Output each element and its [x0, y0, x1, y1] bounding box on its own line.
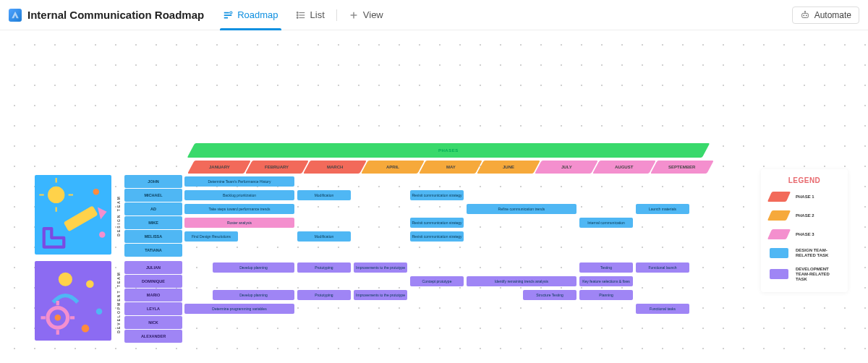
legend-row-phase2: PHASE 2 — [770, 210, 839, 221]
task-bar[interactable]: Functional tasks — [636, 304, 689, 314]
task-bar[interactable]: Prototyping — [297, 290, 351, 300]
tab-divider — [336, 9, 337, 21]
person-name-cell: MIKE — [124, 216, 182, 229]
task-track: Concept prototypeIdentify remaining tren… — [183, 275, 692, 288]
task-bar[interactable]: Modification — [297, 231, 351, 242]
task-bar[interactable]: Determine programming variables — [184, 304, 294, 314]
legend-label-phase1: PHASE 1 — [796, 195, 814, 200]
person-name-cell: NICK — [124, 316, 182, 329]
dev-team-image — [35, 261, 111, 341]
legend-row-phase1: PHASE 1 — [770, 192, 839, 202]
task-bar[interactable]: Improvements to the prototype — [354, 262, 407, 273]
task-bar[interactable]: Take steps toward performance trends — [184, 204, 294, 214]
task-bar[interactable]: Functional launch — [636, 262, 689, 273]
task-bar[interactable]: Concept prototype — [410, 276, 464, 286]
svg-point-22 — [99, 231, 105, 237]
table-row: MARIODevelop planningPrototypingImprovem… — [124, 289, 692, 302]
task-track: Roster analysisRevisit communication str… — [183, 216, 692, 229]
person-name-cell: LEYLA — [124, 302, 182, 315]
month-header: SEPTEMBER — [650, 161, 714, 174]
svg-rect-19 — [64, 205, 98, 231]
task-bar[interactable]: Develop planning — [213, 290, 294, 300]
task-track: Develop planningPrototypingImprovements … — [183, 261, 692, 274]
table-row: JOHNDetermine Team's Performance History — [124, 175, 692, 188]
tab-roadmap[interactable]: Roadmap — [214, 0, 286, 30]
design-team-sidelabel: DESIGN TEAM — [113, 175, 124, 257]
tab-view-label: View — [363, 9, 383, 20]
svg-point-21 — [93, 189, 99, 195]
table-row: MELISSAFind Design ResolutionsModificati… — [124, 230, 692, 243]
task-track: Determine Team's Performance History — [183, 175, 692, 188]
phases-band: PHASES — [187, 143, 710, 158]
task-bar[interactable]: Planning — [579, 290, 633, 300]
person-name-cell: AD — [124, 202, 182, 215]
task-bar[interactable]: Prototyping — [297, 262, 351, 273]
task-bar[interactable]: Structure Testing — [523, 290, 576, 300]
task-track: Find Design ResolutionsModificationRevis… — [183, 230, 692, 243]
month-header: MAY — [419, 161, 482, 174]
tab-add-view[interactable]: View — [340, 0, 392, 30]
legend-label-dev: DEVELOPMENT TEAM-RELATED TASK — [796, 267, 839, 282]
legend-title: LEGEND — [770, 176, 839, 184]
task-bar[interactable]: Roster analysis — [184, 218, 294, 228]
legend-label-phase2: PHASE 2 — [796, 213, 814, 218]
roadmap-icon — [223, 10, 233, 20]
month-header: FEBRUARY — [245, 161, 309, 174]
svg-point-11 — [806, 14, 807, 16]
month-header: JULY — [535, 161, 598, 174]
task-bar[interactable]: Backlog prioritization — [184, 190, 294, 200]
design-group: DESIGN TEAM JOHNDetermine Team's Perform… — [35, 175, 707, 257]
person-name-cell: JULIAN — [124, 261, 182, 274]
table-row: ALEXANDER — [124, 330, 692, 343]
task-bar[interactable]: Revisit communication strategy — [410, 190, 464, 200]
table-row: MICHAELBacklog prioritizationModificatio… — [124, 189, 692, 202]
task-bar[interactable]: Revisit communication strategy — [410, 231, 464, 242]
month-header: MARCH — [303, 161, 367, 174]
month-header: APRIL — [361, 161, 425, 174]
design-team-image — [35, 175, 111, 255]
svg-point-0 — [230, 11, 232, 13]
roadmap-panel: PHASES JANUARYFEBRUARYMARCHAPRILMAYJUNEJ… — [35, 143, 707, 343]
tab-roadmap-label: Roadmap — [237, 9, 278, 20]
automate-button[interactable]: Automate — [792, 7, 859, 24]
header-bar: Internal Communication Roadmap Roadmap L… — [0, 0, 868, 30]
task-bar[interactable]: Determine Team's Performance History — [184, 176, 294, 187]
table-row: LEYLADetermine programming variablesFunc… — [124, 302, 692, 315]
person-name-cell: DOMINIQUE — [124, 275, 182, 288]
table-row: ADTake steps toward performance trendsRe… — [124, 202, 692, 215]
view-tabs: Roadmap List View — [214, 0, 392, 30]
automate-label: Automate — [814, 10, 851, 20]
task-bar[interactable]: Modification — [297, 190, 351, 200]
task-bar[interactable]: Internal communication — [579, 218, 633, 228]
svg-point-14 — [48, 187, 64, 203]
phases-band-label: PHASES — [438, 148, 459, 153]
month-header: JANUARY — [187, 161, 251, 174]
legend-label-phase3: PHASE 3 — [796, 232, 814, 237]
app-icon — [9, 9, 22, 22]
table-row: DOMINIQUEConcept prototypeIdentify remai… — [124, 275, 692, 288]
table-row: TATIANA — [124, 244, 692, 257]
legend-label-design: DESIGN TEAM-RELATED TASK — [796, 248, 839, 258]
person-name-cell: JOHN — [124, 175, 182, 188]
svg-point-23 — [59, 273, 72, 286]
svg-point-4 — [297, 12, 298, 13]
svg-point-25 — [55, 315, 61, 320]
task-bar[interactable]: Develop planning — [213, 262, 294, 273]
whiteboard-canvas[interactable]: PHASES JANUARYFEBRUARYMARCHAPRILMAYJUNEJ… — [0, 30, 868, 363]
task-bar[interactable]: Find Design Resolutions — [184, 231, 238, 242]
list-icon — [296, 10, 306, 20]
task-track: Develop planningPrototypingImprovements … — [183, 289, 692, 302]
svg-point-13 — [804, 10, 806, 12]
task-bar[interactable]: Launch materials — [636, 204, 689, 214]
task-bar[interactable]: Key feature selections & fixes — [579, 276, 633, 286]
legend-swatch-design — [770, 248, 788, 258]
task-bar[interactable]: Identify remaining trends analysis — [467, 276, 576, 286]
task-bar[interactable]: Testing — [579, 262, 633, 273]
legend-swatch-dev — [770, 269, 788, 279]
legend-swatch-phase1 — [767, 192, 791, 202]
tab-list[interactable]: List — [287, 0, 333, 30]
task-bar[interactable]: Revisit communication strategy — [410, 218, 464, 228]
task-bar[interactable]: Improvements to the prototype — [354, 290, 407, 300]
task-bar[interactable]: Refine communication trends — [467, 204, 576, 214]
robot-icon — [800, 10, 810, 20]
